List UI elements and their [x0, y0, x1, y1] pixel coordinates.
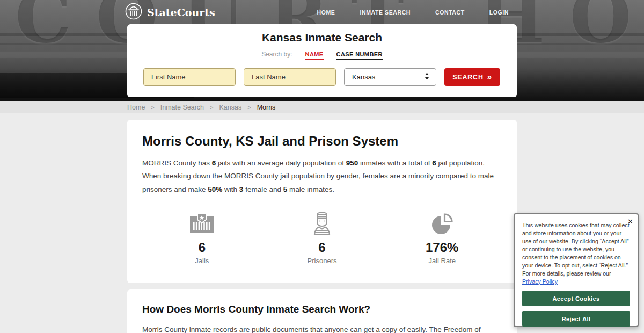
privacy-policy-link[interactable]: Privacy Policy — [522, 278, 558, 285]
nav-item-contact[interactable]: CONTACT — [435, 9, 465, 16]
search-title: Kansas Inmate Search — [127, 31, 517, 44]
state-select[interactable]: Kansas — [344, 68, 436, 86]
search-button-label: SEARCH — [452, 74, 484, 81]
paragraph-text: inmates with a total of — [358, 159, 432, 167]
reject-all-button[interactable]: Reject All — [522, 311, 630, 327]
paragraph-text: male inmates. — [287, 185, 334, 193]
prisoners-stat-label: Prisoners — [262, 257, 382, 265]
page-title: Morris County, KS Jail and Prison System — [142, 134, 502, 149]
breadcrumb-separator-icon: > — [210, 104, 213, 111]
breadcrumb-home[interactable]: Home — [127, 104, 145, 111]
pie-chart-icon — [382, 212, 502, 235]
section-title: How Does Morris County Inmate Search Wor… — [142, 303, 502, 315]
top-navigation-bar: StateCourts HOME INMATE SEARCH CONTACT L… — [0, 0, 644, 24]
cookie-consent-dialog: ✕ This website uses cookies that may col… — [514, 213, 639, 327]
close-icon[interactable]: ✕ — [627, 218, 633, 226]
search-by-tabs: Search by: NAME CASE NUMBER — [127, 50, 517, 60]
brand-name: StateCourts — [147, 6, 215, 18]
breadcrumb-kansas[interactable]: Kansas — [219, 104, 242, 111]
jail-system-card: Morris County, KS Jail and Prison System… — [127, 120, 517, 283]
breadcrumb-current-morris: Morris — [257, 104, 276, 111]
search-by-label: Search by: — [261, 50, 292, 58]
jail-population: 6 — [432, 159, 436, 167]
nav-item-login[interactable]: LOGIN — [489, 9, 509, 16]
prisoner-icon — [262, 212, 382, 235]
paragraph-text: MORRIS County has — [142, 159, 212, 167]
jail-rate-stat-value: 176% — [382, 240, 502, 255]
paragraph-text: with — [222, 185, 239, 193]
how-it-works-card: How Does Morris County Inmate Search Wor… — [127, 289, 517, 333]
stat-jail-rate: 176% Jail Rate — [382, 209, 502, 269]
last-name-input[interactable] — [244, 68, 336, 86]
search-form-row: Kansas SEARCH » — [127, 68, 517, 86]
jail-rate-stat-label: Jail Rate — [382, 257, 502, 265]
search-button[interactable]: SEARCH » — [444, 68, 500, 86]
nav-item-home[interactable]: HOME — [317, 9, 335, 16]
nav-item-inmate-search[interactable]: INMATE SEARCH — [360, 9, 411, 16]
how-it-works-paragraph: Morris County inmate records are public … — [142, 323, 502, 333]
daily-population: 950 — [346, 159, 358, 167]
paragraph-text: female and — [243, 185, 283, 193]
cookie-message: This website uses cookies that may colle… — [522, 221, 630, 286]
cookie-message-text: This website uses cookies that may colle… — [522, 222, 630, 277]
first-name-input[interactable] — [143, 68, 236, 86]
accept-cookies-button[interactable]: Accept Cookies — [522, 291, 630, 306]
jail-building-icon — [142, 212, 262, 235]
stat-prisoners: 6 Prisoners — [262, 209, 382, 269]
breadcrumb: Home > Inmate Search > Kansas > Morris — [0, 101, 644, 113]
prisoners-stat-value: 6 — [262, 240, 382, 255]
jails-stat-value: 6 — [142, 240, 262, 255]
tab-case-number[interactable]: CASE NUMBER — [336, 51, 383, 60]
jail-stats-row: 6 Jails 6 Prisoners — [142, 209, 502, 269]
jail-summary-paragraph: MORRIS County has 6 jails with an averag… — [142, 157, 502, 196]
breadcrumb-inmate-search[interactable]: Inmate Search — [160, 104, 204, 111]
main-nav: HOME INMATE SEARCH CONTACT LOGIN — [317, 9, 509, 16]
stat-jails: 6 Jails — [142, 209, 262, 269]
state-select-value: Kansas — [352, 73, 375, 81]
double-chevron-icon: » — [487, 72, 492, 81]
tab-name[interactable]: NAME — [305, 51, 324, 60]
paragraph-text: jails with an average daily population o… — [216, 159, 346, 167]
breadcrumb-separator-icon: > — [247, 104, 251, 111]
breadcrumb-separator-icon: > — [151, 104, 154, 111]
brand-logo[interactable]: StateCourts — [125, 3, 215, 22]
inmate-search-card: Kansas Inmate Search Search by: NAME CAS… — [127, 24, 517, 97]
select-stepper-icon — [423, 72, 430, 82]
female-percentage: 50% — [208, 185, 222, 193]
jails-stat-label: Jails — [142, 257, 262, 265]
courthouse-logo-icon — [125, 3, 142, 22]
